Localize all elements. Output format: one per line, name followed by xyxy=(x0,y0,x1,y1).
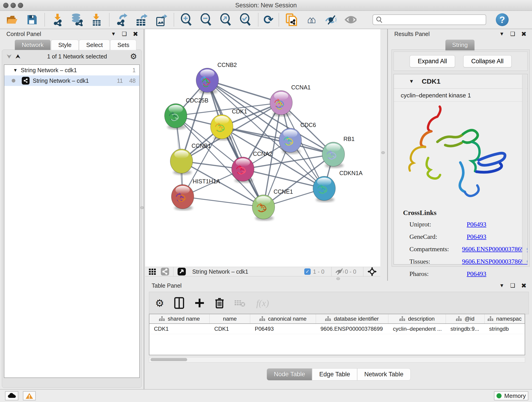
node-CDK1[interactable] xyxy=(210,115,233,140)
expand-all-button[interactable]: Expand All xyxy=(410,55,455,67)
zoom-in-icon[interactable] xyxy=(181,14,192,26)
first-neighbors-icon[interactable]: ⌂⌂ xyxy=(305,14,317,26)
table-row[interactable]: CDK1CDK1P064939606.ENSP00000378699cyclin… xyxy=(149,324,525,334)
show-all-icon[interactable] xyxy=(345,14,356,26)
memory-button[interactable]: Memory xyxy=(494,391,528,400)
node-label-CCNA2: CCNA2 xyxy=(253,151,272,157)
network-share-icon[interactable] xyxy=(160,267,170,276)
edge-CCNA2-CDKN1A[interactable] xyxy=(243,169,324,188)
open-session-icon[interactable] xyxy=(6,14,18,26)
export-table-icon[interactable] xyxy=(136,14,147,26)
network-canvas[interactable]: CCNB2CCNA1CDC25BCDK1CDC6RB1CCNB1CCNA2CDK… xyxy=(145,29,380,267)
function-builder-icon[interactable]: f(x) xyxy=(256,298,269,308)
expand-all-networks-icon[interactable]: ⮝ xyxy=(15,53,20,60)
search-box xyxy=(373,14,486,25)
column-header-namespac[interactable]: namespac xyxy=(485,314,525,323)
zoom-fit-icon[interactable] xyxy=(220,14,232,26)
show-columns-icon[interactable] xyxy=(174,297,184,309)
panel-menu-icon[interactable]: ▼ xyxy=(499,283,504,288)
import-network-file-icon[interactable] xyxy=(51,14,63,26)
panel-float-icon[interactable]: ❑ xyxy=(510,282,515,289)
node-label-CCNA1: CCNA1 xyxy=(291,84,311,90)
node-CCNE1[interactable] xyxy=(252,195,275,221)
column-header-database-identifier[interactable]: database identifier xyxy=(316,314,388,323)
network-collection-row[interactable]: ▼ String Network – cdk1 1 xyxy=(4,65,139,75)
hidden-eye-icon[interactable] xyxy=(335,268,345,275)
collapse-all-button[interactable]: Collapse All xyxy=(463,55,512,67)
column-header-canonical-name[interactable]: canonical name xyxy=(250,314,316,323)
hide-selected-icon[interactable] xyxy=(325,14,337,26)
delete-table-icon[interactable] xyxy=(234,299,246,307)
crosslink-link[interactable]: P06493 xyxy=(467,270,486,278)
protein-structure-image xyxy=(403,103,511,204)
right-splitter-handle[interactable] xyxy=(381,151,385,154)
help-button[interactable]: ? xyxy=(496,13,509,26)
edge-CCNB2-CCNA1[interactable] xyxy=(207,80,281,103)
table-options-gear-icon[interactable]: ⚙ xyxy=(155,297,164,309)
selected-checkbox-icon[interactable]: ✓ xyxy=(304,268,311,275)
import-table-file-icon[interactable] xyxy=(91,14,103,26)
import-network-database-icon[interactable] xyxy=(71,14,83,26)
left-splitter-handle[interactable] xyxy=(140,206,144,209)
refresh-icon[interactable]: ⟳ xyxy=(263,14,274,26)
panel-close-icon[interactable]: ✖ xyxy=(133,30,138,38)
node-RB1[interactable] xyxy=(322,142,345,168)
tab-network[interactable]: Network xyxy=(15,40,51,50)
node-CCNB1[interactable] xyxy=(170,149,193,175)
panel-menu-icon[interactable]: ▼ xyxy=(111,31,116,37)
network-options-gear-icon[interactable]: ⚙ xyxy=(130,52,137,61)
grid-view-icon[interactable] xyxy=(148,268,157,275)
zoom-selected-icon[interactable] xyxy=(240,14,252,26)
tab-select[interactable]: Select xyxy=(79,40,110,50)
add-column-icon[interactable] xyxy=(194,298,205,308)
column-header-name[interactable]: name xyxy=(210,314,250,323)
zoom-out-icon[interactable] xyxy=(200,14,212,26)
crosslink-link[interactable]: 9606.ENSP00000378699 xyxy=(462,258,527,265)
tab-edge-table[interactable]: Edge Table xyxy=(312,368,357,380)
edge-CCNB2-CCNE1[interactable] xyxy=(207,80,264,207)
panel-float-icon[interactable]: ❑ xyxy=(122,31,127,37)
collapse-all-networks-icon[interactable]: ⮟ xyxy=(7,53,12,60)
tab-network-table[interactable]: Network Table xyxy=(357,368,411,380)
node-CCNA2[interactable] xyxy=(232,157,254,183)
column-header-description[interactable]: description xyxy=(388,314,446,323)
column-header-@id[interactable]: @id xyxy=(446,314,485,323)
column-header-shared-name[interactable]: shared name xyxy=(149,314,210,323)
panel-close-icon[interactable]: ✖ xyxy=(521,30,526,38)
panel-close-icon[interactable]: ✖ xyxy=(521,282,526,289)
export-image-icon[interactable] xyxy=(155,14,167,26)
panel-menu-icon[interactable]: ▼ xyxy=(499,31,504,37)
table-horizontal-scrollbar[interactable] xyxy=(149,357,525,363)
crosslink-link[interactable]: P06493 xyxy=(467,233,486,240)
horizontal-splitter-handle[interactable] xyxy=(336,277,340,280)
gene-collapse-icon[interactable]: ▼ xyxy=(409,78,414,84)
collection-expand-icon[interactable]: ▼ xyxy=(13,68,18,73)
node-CCNB2[interactable] xyxy=(196,68,219,94)
crosslink-link[interactable]: P06493 xyxy=(467,221,486,228)
search-input[interactable] xyxy=(383,16,483,23)
edge-HIST1H1A-CCNE1[interactable] xyxy=(183,197,264,207)
birds-eye-view-icon[interactable] xyxy=(177,267,186,276)
tab-node-table[interactable]: Node Table xyxy=(267,368,312,380)
center-view-icon[interactable] xyxy=(367,267,377,276)
panel-float-icon[interactable]: ❑ xyxy=(510,31,515,37)
tab-string[interactable]: String xyxy=(445,40,475,51)
delete-column-icon[interactable] xyxy=(215,297,224,309)
tab-sets[interactable]: Sets xyxy=(110,40,136,50)
network-row[interactable]: String Network – cdk1 11 48 xyxy=(4,75,139,86)
export-network-icon[interactable] xyxy=(116,14,128,26)
tab-style[interactable]: Style xyxy=(51,40,79,50)
node-CDC25B[interactable] xyxy=(165,104,187,129)
node-HIST1H1A[interactable] xyxy=(171,185,194,211)
warnings-button[interactable] xyxy=(23,391,36,400)
node-CCNA1[interactable] xyxy=(270,90,292,116)
crosslink-link[interactable]: 9606.ENSP00000378699 xyxy=(462,245,527,253)
crosslink-row: Uniprot:P06493 xyxy=(403,221,527,228)
clone-network-icon[interactable] xyxy=(285,14,298,26)
save-session-icon[interactable] xyxy=(26,14,38,26)
node-CDKN1A[interactable] xyxy=(313,176,336,202)
results-scrollbar[interactable] xyxy=(522,75,527,264)
crosslink-row: GeneCard:P06493 xyxy=(403,233,527,240)
cloud-status-button[interactable] xyxy=(5,391,18,400)
warning-icon xyxy=(25,393,33,399)
